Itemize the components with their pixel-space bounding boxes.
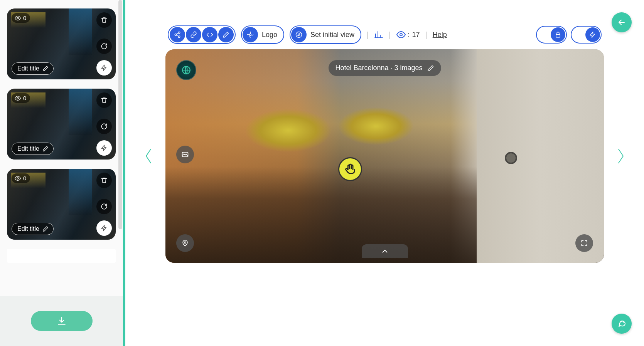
pencil-icon xyxy=(42,146,49,152)
refresh-button[interactable] xyxy=(96,39,112,54)
link-icon xyxy=(190,31,197,38)
thumbnails-tray-toggle[interactable] xyxy=(362,244,408,258)
refresh-icon xyxy=(101,123,108,130)
separator: | xyxy=(389,30,391,39)
location-button[interactable] xyxy=(176,234,194,252)
trash-icon xyxy=(101,97,108,104)
compass-icon-button xyxy=(291,27,307,42)
bolt-icon xyxy=(101,64,108,71)
chevron-up-icon xyxy=(381,247,389,255)
trash-icon xyxy=(101,177,108,184)
sidebar: 0 Edit title xyxy=(0,0,125,346)
svg-point-7 xyxy=(296,32,302,38)
delete-button[interactable] xyxy=(96,173,112,188)
thumbnail-views: 0 xyxy=(12,13,30,23)
toolbar: Logo Set initial view | | : 17 | Help xyxy=(168,25,602,44)
share-button[interactable] xyxy=(170,27,185,42)
add-placeholder[interactable] xyxy=(7,249,116,263)
pencil-icon xyxy=(427,65,434,72)
help-link[interactable]: Help xyxy=(433,31,447,39)
stats-button[interactable] xyxy=(374,30,383,39)
svg-point-2 xyxy=(17,178,19,179)
door-surface xyxy=(477,49,604,263)
pencil-icon xyxy=(42,226,49,232)
logo-label: Logo xyxy=(262,31,277,39)
bolt-icon xyxy=(101,144,108,151)
compass-icon xyxy=(295,31,302,38)
thumbnail-item[interactable]: 0 Edit title xyxy=(7,89,116,160)
logo-button[interactable]: Logo xyxy=(241,25,284,44)
flower-icon xyxy=(247,31,254,38)
eye-icon xyxy=(15,15,21,21)
refresh-icon xyxy=(101,203,108,210)
refresh-button[interactable] xyxy=(96,119,112,134)
code-icon xyxy=(206,31,213,38)
next-button[interactable] xyxy=(613,144,629,168)
trash-icon xyxy=(101,17,108,24)
upload-area xyxy=(0,296,123,346)
eye-icon xyxy=(15,95,21,101)
edit-title-button[interactable]: Edit title xyxy=(12,223,54,235)
panorama-viewer[interactable]: Hotel Barcelonna · 3 images xyxy=(165,49,604,263)
share-icon xyxy=(174,31,181,38)
back-fab[interactable] xyxy=(612,12,632,32)
viewer-title-pill[interactable]: Hotel Barcelonna · 3 images xyxy=(328,60,441,76)
views-count: 17 xyxy=(412,31,420,39)
main-panel: Logo Set initial view | | : 17 | Help xyxy=(125,0,644,346)
chevron-left-icon xyxy=(143,148,154,165)
thumbnail-views: 0 xyxy=(12,173,30,183)
embed-button[interactable] xyxy=(202,27,217,42)
upload-button[interactable] xyxy=(31,311,93,331)
edit-title-label: Edit title xyxy=(17,65,39,72)
chevron-right-icon xyxy=(615,148,626,165)
grab-cursor-indicator xyxy=(338,157,362,181)
thumbnail-item[interactable]: 0 Edit title xyxy=(7,8,116,79)
pin-icon xyxy=(181,239,189,247)
views-stat: : 17 xyxy=(396,30,420,39)
expand-icon xyxy=(580,239,588,247)
image-overlay-button[interactable] xyxy=(176,146,194,163)
delete-button[interactable] xyxy=(96,92,112,108)
edit-title-label: Edit title xyxy=(17,225,39,232)
thumbnail-views: 0 xyxy=(12,93,30,103)
svg-point-0 xyxy=(17,17,19,19)
svg-point-12 xyxy=(184,242,186,243)
bolt-button[interactable] xyxy=(96,220,112,236)
set-view-label: Set initial view xyxy=(310,31,354,39)
set-initial-view-button[interactable]: Set initial view xyxy=(290,25,361,44)
hand-icon xyxy=(344,163,357,176)
refresh-button[interactable] xyxy=(96,199,112,214)
globe-icon xyxy=(181,65,191,75)
edit-button[interactable] xyxy=(218,27,234,42)
share-cluster xyxy=(168,25,236,44)
viewer-row: Hotel Barcelonna · 3 images xyxy=(141,49,629,263)
chat-icon xyxy=(617,319,626,328)
sidebar-scrollbar[interactable] xyxy=(118,0,122,229)
bolt-button[interactable] xyxy=(96,60,112,76)
svg-rect-9 xyxy=(556,34,560,37)
thumbnail-item[interactable]: 0 Edit title xyxy=(7,169,116,240)
delete-button[interactable] xyxy=(96,12,112,28)
refresh-icon xyxy=(101,43,108,50)
link-button[interactable] xyxy=(186,27,201,42)
eye-icon xyxy=(15,175,21,181)
prev-button[interactable] xyxy=(141,144,156,168)
image-icon xyxy=(181,151,189,158)
download-icon xyxy=(57,316,67,326)
pencil-icon xyxy=(42,66,49,72)
bar-chart-icon xyxy=(374,30,383,39)
chat-fab[interactable] xyxy=(612,314,632,334)
edit-title-button[interactable]: Edit title xyxy=(12,143,54,155)
separator: | xyxy=(367,30,369,39)
eye-icon xyxy=(396,30,406,39)
power-toggle[interactable] xyxy=(571,26,602,44)
viewer-brand-logo[interactable] xyxy=(176,60,196,80)
bolt-icon xyxy=(589,31,596,38)
fullscreen-button[interactable] xyxy=(575,234,593,252)
bolt-button[interactable] xyxy=(96,140,112,156)
lock-toggle[interactable] xyxy=(536,26,567,44)
lock-icon xyxy=(555,31,561,38)
logo-icon-button xyxy=(243,27,258,42)
edit-title-button[interactable]: Edit title xyxy=(12,62,54,75)
svg-point-1 xyxy=(17,97,19,99)
